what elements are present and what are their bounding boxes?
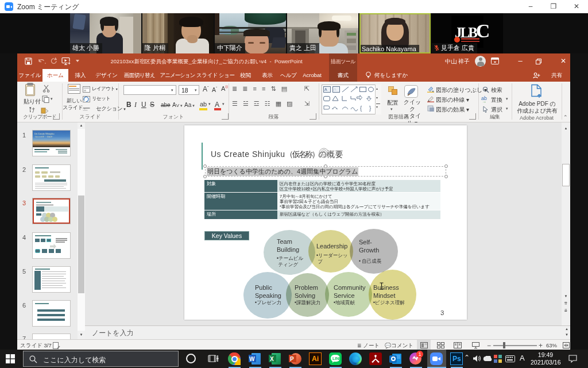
svg-text:A: A (324, 87, 327, 91)
svg-text:∴: ∴ (334, 87, 336, 91)
svg-text:{: { (360, 105, 362, 112)
svg-text:}: } (369, 105, 372, 112)
